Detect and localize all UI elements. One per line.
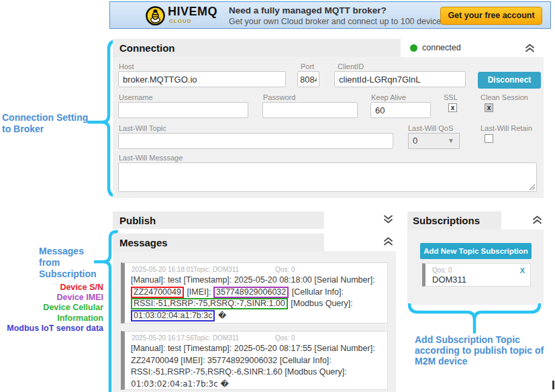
device-imei-label: Device IMEI [4, 293, 103, 303]
message-time: 2025-05-20 16:18:01 [132, 266, 194, 273]
hivemq-websocket-client-page: HIVEMQ CLOUD Need a fully managed MQTT b… [0, 0, 555, 392]
connection-status-text: connected [422, 43, 461, 52]
disconnect-button[interactable]: Disconnect [478, 72, 541, 89]
message-qos: Qos: 0 [275, 334, 295, 342]
message-topic: Topic: DOM311 [193, 334, 239, 342]
clean-session-label: Clean Session [481, 93, 528, 101]
device-cellular-label: Device Cellular Information [4, 303, 103, 323]
hivemq-cloud-banner: HIVEMQ CLOUD Need a fully managed MQTT b… [109, 1, 551, 29]
lastwill-topic-input[interactable] [118, 133, 393, 149]
publish-title: Publish [113, 211, 324, 230]
collapse-subscriptions-icon[interactable] [532, 215, 543, 225]
ssl-checkbox[interactable]: x [448, 103, 457, 112]
subscription-item: Qos: 0 DOM311 X [422, 263, 531, 287]
device-sn-label: Device S/N [4, 283, 103, 293]
lastwill-topic-label: Last-Will Topic [119, 124, 166, 132]
add-subscription-button[interactable]: Add New Topic Subscription [420, 243, 532, 259]
collapse-messages-icon[interactable] [383, 236, 394, 246]
subscriptions-header: Subscriptions [407, 211, 501, 230]
subscriptions-title: Subscriptions [407, 211, 501, 230]
message-qos: Qos: 0 [275, 266, 295, 273]
modbus-query-value: 01:03:02:04:a1:7b:3c [131, 310, 215, 322]
message-card: 2025-05-20 16:17:56 Topic: DOM311 Qos: 0… [121, 331, 388, 390]
modbus-data-label: Modbus IoT sensor data [4, 324, 103, 334]
messages-title: Messages [113, 234, 324, 252]
connection-header: Connection connected [113, 39, 544, 57]
expand-publish-icon[interactable] [383, 214, 394, 224]
keepalive-label: Keep Alive [371, 93, 406, 101]
lastwill-qos-label: Last-Will QoS [408, 124, 453, 132]
clientid-label: ClientID [338, 62, 364, 70]
message-card: 2025-05-20 16:18:01 Topic: DOM311 Qos: 0… [121, 262, 388, 324]
clean-session-checkbox[interactable]: x [485, 103, 493, 112]
ssl-label: SSL [444, 93, 458, 101]
subscription-topic: DOM311 [432, 275, 466, 285]
password-input[interactable] [262, 102, 358, 118]
status-dot-icon [410, 44, 417, 52]
hivemq-bee-logo-icon [145, 5, 166, 26]
imei-value: 357748929006032 [213, 287, 289, 298]
publish-header: Publish [113, 211, 324, 229]
host-input[interactable] [118, 71, 286, 87]
serial-number-value: ZZ24700049 [131, 287, 184, 298]
lastwill-message-input[interactable] [118, 162, 537, 192]
lastwill-message-label: Last-Will Messsage [119, 154, 183, 162]
brand-name: HIVEMQ [168, 5, 217, 17]
port-label: Port [301, 62, 314, 70]
lastwill-qos-select[interactable]: 0 ▼ [408, 133, 460, 149]
subscriptions-brace [408, 303, 541, 334]
clientid-input[interactable] [334, 71, 466, 87]
port-input[interactable] [297, 71, 319, 87]
lastwill-retain-label: Last-Will Retain [481, 124, 532, 132]
message-topic: Topic: DOM311 [193, 266, 239, 273]
message-field-legend: Device S/N Device IMEI Device Cellular I… [4, 283, 103, 334]
lastwill-retain-checkbox[interactable] [485, 134, 493, 143]
messages-header: Messages [113, 234, 324, 251]
username-label: Username [119, 93, 153, 101]
keepalive-input[interactable] [370, 102, 431, 118]
remove-subscription-button[interactable]: X [520, 266, 525, 275]
connection-status-chip: connected [401, 39, 544, 57]
connection-annotation: Connection Setting to Broker [2, 112, 88, 135]
password-label: Password [263, 93, 295, 101]
brand-subname: CLOUD [169, 18, 191, 24]
chevron-down-icon: ▼ [448, 134, 454, 148]
message-time: 2025-05-20 16:17:56 [132, 334, 194, 342]
replacement-char: � [218, 311, 226, 320]
collapse-connection-icon[interactable] [524, 43, 536, 53]
message-payload: [Manual]: test [Timestamp]: 2025-05-20 0… [125, 275, 387, 322]
username-input[interactable] [118, 102, 248, 118]
subscription-qos: Qos: 0 [432, 266, 452, 274]
subscription-annotation: Add Subscription Topic according to publ… [415, 334, 544, 366]
messages-annotation: Messages from Subscription [39, 246, 97, 280]
messages-list: 2025-05-20 16:18:01 Topic: DOM311 Qos: 0… [113, 251, 396, 392]
subscriptions-panel: Add New Topic Subscription Qos: 0 DOM311… [407, 230, 544, 305]
connection-form: Host Port ClientID Disconnect Username P… [113, 57, 544, 198]
message-payload: [Manual]: test [Timestamp]: 2025-05-20 0… [125, 343, 387, 390]
banner-headline: Need a fully managed MQTT broker? [229, 5, 387, 15]
banner-subline: Get your own Cloud broker and connect up… [229, 17, 476, 26]
host-label: Host [119, 62, 134, 70]
scrollbar-fragment[interactable] [552, 381, 554, 389]
get-free-account-button[interactable]: Get your free account [440, 7, 542, 25]
resize-grip-icon[interactable] [529, 184, 536, 191]
lastwill-qos-value: 0 [413, 136, 417, 146]
cellular-info-value: RSSI:-51,RSRP:-75,RSRQ:-7,SINR:1.00 [131, 298, 288, 309]
